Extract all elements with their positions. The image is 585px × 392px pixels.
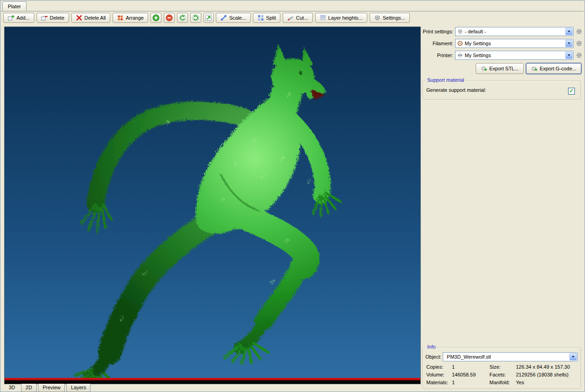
tab-3d[interactable]: 3D: [4, 384, 20, 392]
export-stl-label: Export STL...: [489, 66, 519, 71]
view-tabs: 3D 2D Preview Layers: [4, 384, 91, 392]
stat-label: Manifold:: [489, 380, 515, 385]
scale-button-label: Scale...: [229, 15, 246, 21]
printer-icon: [457, 53, 463, 58]
print-settings-label: Print settings:: [421, 29, 453, 34]
cut-button-label: Cut...: [296, 15, 308, 21]
stat-label: Facets:: [489, 372, 515, 377]
printer-value: My Settings: [463, 53, 573, 58]
delete-all-icon: [76, 15, 82, 21]
print-settings-gear-button[interactable]: [574, 27, 584, 36]
export-stl-button[interactable]: Export STL...: [476, 63, 524, 74]
delete-button[interactable]: Delete: [37, 13, 69, 23]
filament-label: Filament:: [421, 41, 453, 46]
rotate-cw-button[interactable]: [190, 13, 201, 23]
generate-support-label: Generate support material:: [426, 87, 490, 94]
3d-viewport[interactable]: [4, 26, 421, 384]
layer-heights-button[interactable]: Layer heights...: [315, 13, 367, 23]
split-button-label: Split: [266, 15, 276, 21]
checkmark-icon: ✓: [569, 88, 574, 94]
add-button[interactable]: Add...: [3, 13, 34, 23]
rotate-ccw-icon: [179, 14, 186, 21]
tab-layers[interactable]: Layers: [66, 384, 91, 392]
gear-icon: [576, 40, 582, 47]
arrange-button-label: Arrange: [126, 15, 144, 21]
gear-icon: [576, 52, 582, 58]
export-row: Export STL... Export G-code...: [421, 63, 581, 74]
gear-icon: [374, 15, 381, 21]
tab-preview[interactable]: Preview: [38, 384, 65, 392]
tab-2d[interactable]: 2D: [21, 384, 37, 392]
toolbar: Add... Delete Delete All Arrange: [3, 13, 412, 23]
delete-button-label: Delete: [50, 15, 64, 21]
stat-value: 126.34 x 84.49 x 157.30: [516, 364, 577, 370]
split-icon: [258, 15, 264, 21]
stat-value: Yes: [516, 380, 577, 385]
print-settings-value: - default -: [463, 29, 573, 34]
rotate-custom-button[interactable]: [204, 13, 214, 23]
export-stl-icon: [481, 65, 487, 72]
stat-value: 146058.59: [452, 372, 488, 377]
stat-value: 1: [452, 380, 488, 385]
rotate-cw-icon: [192, 14, 199, 21]
stat-value: 2129256 (18038 shells): [516, 372, 577, 377]
stat-label: Materials:: [426, 380, 451, 385]
filament-icon: [457, 41, 463, 46]
scale-button[interactable]: Scale...: [216, 13, 251, 23]
delete-all-button-label: Delete All: [85, 15, 106, 21]
support-material-group: Support material Generate support materi…: [422, 80, 581, 100]
add-icon: [8, 15, 14, 21]
printer-gear-button[interactable]: [574, 51, 584, 60]
settings-panel: Print settings: - default - Filament: My…: [421, 26, 585, 392]
support-material-title: Support material: [426, 77, 466, 83]
stat-label: Copies:: [426, 364, 451, 370]
printer-label: Printer:: [421, 53, 453, 58]
dropdown-arrow-icon[interactable]: [565, 40, 573, 47]
object-value: PM3D_Werewolf.stl: [445, 354, 577, 360]
object-stats: Copies: 1 Size: 126.34 x 84.49 x 157.30 …: [425, 364, 578, 385]
decrease-copies-button[interactable]: [164, 13, 175, 23]
add-button-label: Add...: [16, 15, 30, 21]
layer-heights-button-label: Layer heights...: [328, 15, 363, 21]
print-settings-select[interactable]: - default -: [455, 27, 574, 36]
filament-value: My Settings: [463, 41, 573, 46]
dropdown-arrow-icon[interactable]: [565, 28, 573, 35]
export-gcode-label: Export G-code...: [540, 66, 576, 71]
layers-icon: [320, 15, 326, 21]
minus-circle-icon: [166, 14, 173, 21]
filament-select[interactable]: My Settings: [455, 39, 574, 48]
increase-copies-button[interactable]: [150, 13, 161, 23]
printer-select[interactable]: My Settings: [455, 51, 574, 60]
object-row: Object: PM3D_Werewolf.stl: [425, 352, 578, 361]
settings-button-label: Settings...: [383, 15, 405, 21]
export-gcode-button[interactable]: Export G-code...: [526, 63, 581, 74]
cut-icon: [287, 15, 294, 21]
arrange-icon: [117, 15, 123, 21]
info-title: Info: [426, 344, 437, 350]
plus-circle-icon: [152, 14, 160, 21]
stat-label: Volume:: [426, 372, 451, 377]
delete-all-button[interactable]: Delete All: [71, 13, 110, 23]
rotate-custom-icon: [205, 15, 212, 21]
slic3r-window: Plater Add... Delete Delete All Arrange: [0, 0, 585, 392]
gear-icon: [457, 29, 463, 34]
printer-row: Printer: My Settings: [421, 50, 584, 60]
filament-row: Filament: My Settings: [421, 38, 584, 48]
dropdown-arrow-icon[interactable]: [569, 353, 577, 360]
generate-support-checkbox[interactable]: ✓: [568, 88, 575, 95]
filament-gear-button[interactable]: [574, 39, 584, 48]
cut-button[interactable]: Cut...: [283, 13, 312, 23]
tab-plater[interactable]: Plater: [2, 1, 27, 11]
delete-icon: [41, 15, 48, 21]
stat-value: 1: [452, 364, 488, 370]
export-gcode-icon: [531, 65, 537, 72]
bed-edge-line: [5, 378, 420, 380]
arrange-button[interactable]: Arrange: [113, 13, 148, 23]
generate-support-row: Generate support material: ✓: [426, 87, 577, 95]
print-settings-row: Print settings: - default -: [421, 26, 584, 36]
object-select[interactable]: PM3D_Werewolf.stl: [443, 352, 578, 361]
rotate-ccw-button[interactable]: [177, 13, 188, 23]
settings-button[interactable]: Settings...: [370, 13, 410, 23]
dropdown-arrow-icon[interactable]: [565, 52, 573, 59]
split-button[interactable]: Split: [253, 13, 280, 23]
